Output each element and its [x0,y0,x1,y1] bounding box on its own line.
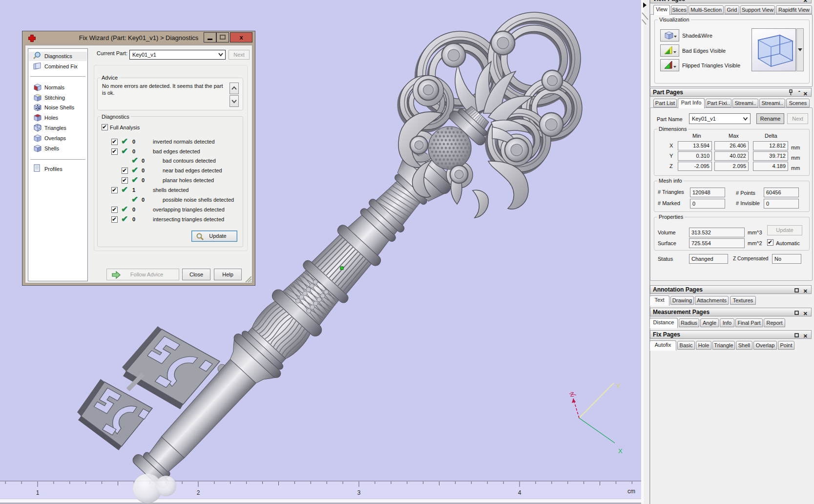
svg-text:2: 2 [197,489,200,496]
svg-text:1: 1 [36,489,40,496]
svg-text:Y: Y [616,382,621,390]
svg-text:4: 4 [518,489,522,496]
svg-text:X: X [618,447,623,455]
svg-text:cm: cm [627,488,635,495]
svg-text:3: 3 [357,489,361,496]
